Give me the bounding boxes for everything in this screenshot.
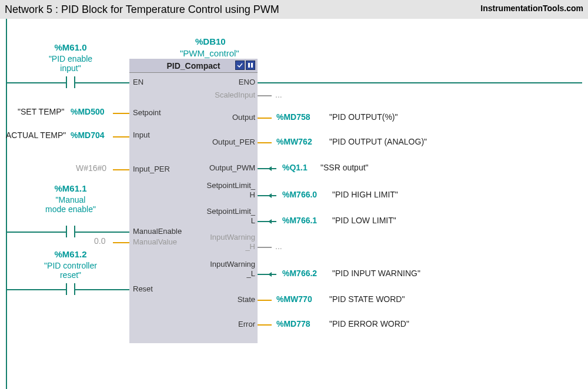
port-label-error: Error bbox=[238, 320, 255, 328]
comment-sp-l: "PID LOW LIMIT" bbox=[332, 216, 396, 225]
port-label-manual-enable: ManualEnable bbox=[133, 227, 182, 236]
addr-error: %MD778 bbox=[276, 319, 310, 328]
pid-compact-block: PID_Compact EN Setpoint Input Input_PER … bbox=[129, 59, 258, 343]
port-label-sp-l-1: SetpointLimit_ bbox=[207, 207, 255, 216]
port-label-input-per: Input_PER bbox=[133, 165, 170, 173]
db-name: "PWM_control" bbox=[180, 48, 239, 58]
block-type-label: PID_Compact bbox=[166, 61, 220, 71]
configuration-icon[interactable] bbox=[246, 61, 255, 70]
contact-reset-name2: reset" bbox=[32, 270, 109, 280]
comment-setpoint: "SET TEMP" bbox=[18, 107, 64, 116]
port-label-output-pwm: Output_PWM bbox=[209, 163, 255, 172]
addr-sp-h: %M766.0 bbox=[282, 190, 317, 199]
pin-iw-l bbox=[272, 274, 276, 275]
port-label-output: Output bbox=[232, 113, 255, 122]
contact-en-name2: input" bbox=[41, 63, 100, 73]
port-label-setpoint: Setpoint bbox=[133, 108, 161, 117]
comment-state: "PID STATE WORD" bbox=[329, 294, 405, 304]
wire-error bbox=[258, 324, 272, 326]
addr-output-pwm: %Q1.1 bbox=[282, 163, 308, 172]
port-label-iw-l-1: InputWarning bbox=[210, 260, 255, 269]
port-label-reset: Reset bbox=[133, 284, 153, 293]
ellipsis-iw-h: ... bbox=[275, 242, 282, 251]
comment-output-pwm: "SSR output" bbox=[320, 163, 369, 172]
contact-manual-addr: %M61.1 bbox=[47, 183, 94, 193]
comment-input: ACTUAL TEMP" bbox=[6, 130, 66, 140]
pin-sp-l bbox=[272, 221, 276, 222]
rung-reset-1 bbox=[7, 289, 66, 290]
ellipsis-scaled: ... bbox=[275, 90, 282, 99]
block-title-icons bbox=[235, 61, 255, 70]
addr-manual-value: 0.0 bbox=[94, 236, 105, 246]
rung-manual-1 bbox=[7, 232, 66, 233]
port-label-iw-l-2: _L bbox=[247, 269, 255, 278]
contact-en-name: "PID enable bbox=[41, 54, 100, 63]
addr-iw-l: %M766.2 bbox=[282, 269, 317, 278]
port-label-input: Input bbox=[133, 130, 150, 139]
pin-sp-h bbox=[272, 195, 276, 196]
pin-output-pwm bbox=[272, 168, 276, 169]
port-label-en: EN bbox=[133, 78, 143, 86]
wire-output-per bbox=[258, 142, 272, 143]
comment-output-per: "PID OUTPUT (ANALOG)" bbox=[329, 137, 427, 146]
contact-reset-name: "PID controller bbox=[32, 261, 109, 270]
comment-error: "PID ERROR WORD" bbox=[329, 319, 409, 328]
wire-output bbox=[258, 118, 272, 119]
addr-output-per: %MW762 bbox=[276, 137, 312, 146]
addr-sp-l: %M766.1 bbox=[282, 216, 317, 225]
wire-iw-h bbox=[258, 247, 272, 248]
watermark: InstrumentationTools.com bbox=[480, 4, 583, 13]
block-titlebar: PID_Compact bbox=[129, 59, 258, 73]
contact-manual-name2: mode enable" bbox=[35, 204, 106, 214]
wire-manual-value bbox=[113, 242, 129, 243]
comment-sp-h: "PID HIGH LIMIT" bbox=[332, 190, 398, 199]
port-label-iw-h-2: _H bbox=[245, 242, 255, 251]
svg-rect-1 bbox=[251, 63, 253, 68]
comment-iw-l: "PID INPUT WARNING" bbox=[332, 269, 420, 278]
port-label-state: State bbox=[238, 295, 255, 304]
commissioning-icon[interactable] bbox=[235, 61, 245, 70]
wire-input bbox=[113, 136, 129, 138]
svg-rect-0 bbox=[248, 63, 250, 68]
port-label-sp-l-2: L bbox=[251, 216, 255, 225]
db-address: %DB10 bbox=[195, 36, 226, 46]
addr-state: %MW770 bbox=[276, 294, 312, 304]
addr-input: %MD704 bbox=[71, 130, 105, 140]
port-label-sp-h-1: SetpointLimit_ bbox=[207, 181, 255, 190]
port-label-iw-h-1: InputWarning bbox=[210, 233, 255, 242]
port-label-manual-value: ManualValue bbox=[133, 237, 177, 246]
network-title: Network 5 : PID Block for Temperature Co… bbox=[5, 4, 279, 16]
wire-input-per bbox=[113, 169, 129, 170]
port-label-scaled: ScaledInput bbox=[215, 90, 255, 99]
rung-reset-2 bbox=[75, 289, 129, 290]
comment-output: "PID OUTPUT(%)" bbox=[329, 112, 398, 122]
rung-eno bbox=[258, 82, 582, 83]
contact-manual-name: "Manual bbox=[35, 195, 106, 204]
port-label-sp-h-2: H bbox=[250, 190, 255, 199]
rung-en-2 bbox=[75, 82, 129, 83]
addr-input-per: W#16#0 bbox=[76, 163, 106, 173]
rung-manual-2 bbox=[75, 232, 129, 233]
addr-output: %MD758 bbox=[276, 112, 310, 122]
wire-setpoint bbox=[113, 113, 129, 114]
power-rail-left bbox=[6, 19, 7, 389]
contact-reset-addr: %M61.2 bbox=[47, 249, 94, 259]
block-body: EN Setpoint Input Input_PER ManualEnable… bbox=[129, 73, 258, 343]
wire-state bbox=[258, 300, 272, 301]
wire-scaled bbox=[258, 95, 272, 96]
rung-en-1 bbox=[7, 82, 66, 83]
contact-en-addr: %M61.0 bbox=[47, 42, 94, 52]
port-label-output-per: Output_PER bbox=[212, 138, 255, 146]
addr-setpoint: %MD500 bbox=[71, 107, 105, 116]
port-label-eno: ENO bbox=[239, 78, 255, 86]
